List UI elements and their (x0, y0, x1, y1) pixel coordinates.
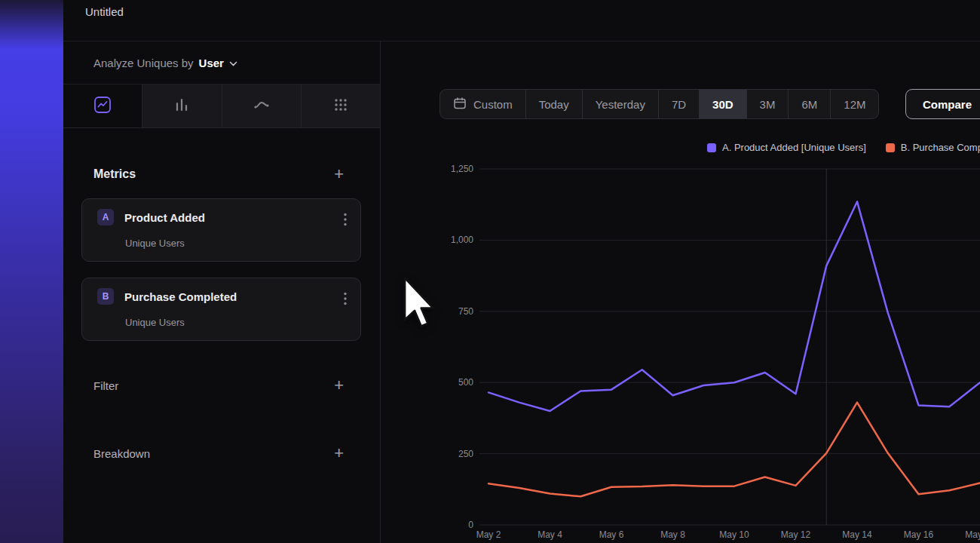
analyze-by-label: Analyze Uniques by (93, 57, 194, 69)
svg-text:1,250: 1,250 (451, 164, 473, 174)
svg-text:500: 500 (458, 377, 473, 388)
filter-title: Filter (93, 379, 118, 392)
view-tabs (63, 84, 380, 128)
legend-swatch-b (886, 143, 895, 152)
report-title[interactable]: Untitled (85, 5, 124, 18)
flow-icon (253, 96, 271, 117)
analyze-by-row: Analyze Uniques by User (63, 41, 380, 84)
svg-text:May 8: May 8 (660, 529, 685, 540)
range-label: Yesterday (596, 98, 645, 111)
desktop-gradient (0, 0, 63, 543)
svg-text:May 16: May 16 (904, 529, 934, 540)
line-chart[interactable]: 02505007501,0001,250May 2May 4May 6May 8… (381, 155, 980, 543)
range-30d[interactable]: 30D (699, 90, 746, 118)
svg-text:May 12: May 12 (781, 529, 811, 540)
svg-text:May 18: May 18 (965, 529, 980, 540)
metric-title: Purchase Completed (124, 290, 237, 303)
range-label: Today (539, 98, 569, 111)
add-metric-button[interactable]: + (334, 166, 344, 183)
range-6m[interactable]: 6M (788, 90, 830, 118)
chart-legend: A. Product Added [Unique Users] B. Purch… (707, 142, 980, 153)
metric-menu-button[interactable] (341, 289, 350, 311)
range-label: 7D (672, 98, 686, 111)
kebab-icon (344, 292, 347, 305)
metric-title: Product Added (124, 211, 205, 224)
svg-text:0: 0 (468, 520, 473, 530)
metric-subtitle[interactable]: Unique Users (125, 317, 185, 328)
range-yesterday[interactable]: Yesterday (582, 90, 658, 118)
legend-label: A. Product Added [Unique Users] (722, 142, 866, 153)
titlebar: Untitled (63, 0, 980, 41)
legend-item-b[interactable]: B. Purchase Completed [Unique Users] (886, 142, 980, 153)
chart-panel: Custom Today Yesterday 7D 30D 3M 6M 12M … (381, 41, 980, 543)
breakdown-title: Breakdown (93, 447, 150, 460)
tab-insights[interactable] (63, 84, 142, 127)
range-custom[interactable]: Custom (440, 90, 525, 118)
metric-card-b[interactable]: B Purchase Completed Unique Users (81, 278, 361, 341)
sidebar: Analyze Uniques by User (63, 41, 381, 543)
svg-text:May 6: May 6 (599, 529, 624, 540)
app-window: Untitled Analyze Uniques by User (63, 0, 980, 543)
svg-text:May 2: May 2 (476, 529, 501, 540)
range-12m[interactable]: 12M (830, 90, 878, 118)
range-label: Custom (473, 98, 513, 111)
add-filter-button[interactable]: + (334, 377, 344, 394)
range-label: 12M (844, 98, 865, 111)
svg-text:May 10: May 10 (719, 529, 749, 540)
metric-badge-a: A (97, 209, 114, 225)
analyze-by-dropdown[interactable]: User (199, 57, 237, 69)
date-range-control: Custom Today Yesterday 7D 30D 3M 6M 12M (439, 89, 879, 119)
filter-section-header: Filter + (63, 373, 380, 397)
range-7d[interactable]: 7D (658, 90, 699, 118)
range-label: 30D (712, 98, 733, 111)
metrics-title: Metrics (93, 167, 136, 181)
range-today[interactable]: Today (525, 90, 582, 118)
bar-chart-icon (173, 96, 191, 117)
range-label: 3M (760, 98, 776, 111)
add-breakdown-button[interactable]: + (334, 445, 344, 462)
legend-label: B. Purchase Completed [Unique Users] (901, 142, 980, 153)
calendar-icon (453, 97, 467, 112)
tab-dots-grid[interactable] (301, 84, 380, 127)
legend-item-a[interactable]: A. Product Added [Unique Users] (707, 142, 866, 153)
dots-grid-icon (332, 96, 350, 117)
analyze-by-value: User (199, 57, 224, 69)
line-chart-icon (93, 96, 112, 117)
svg-text:May 14: May 14 (842, 529, 872, 540)
tab-bar-chart[interactable] (142, 84, 221, 127)
svg-text:May 4: May 4 (537, 529, 562, 540)
range-label: 6M (801, 98, 817, 111)
metric-card-a[interactable]: A Product Added Unique Users (81, 198, 361, 262)
metric-menu-button[interactable] (341, 210, 350, 232)
metric-badge-b: B (97, 288, 114, 305)
kebab-icon (344, 213, 347, 226)
range-3m[interactable]: 3M (746, 90, 789, 118)
legend-swatch-a (707, 143, 716, 152)
compare-button[interactable]: Compare (905, 89, 980, 119)
metrics-section-header: Metrics + (63, 162, 380, 186)
chevron-down-icon (229, 57, 237, 69)
metric-subtitle[interactable]: Unique Users (125, 238, 185, 249)
breakdown-section-header: Breakdown + (63, 441, 380, 465)
svg-text:1,000: 1,000 (451, 235, 473, 245)
tab-flows[interactable] (222, 84, 301, 127)
svg-text:250: 250 (458, 449, 473, 459)
svg-text:750: 750 (458, 306, 473, 317)
